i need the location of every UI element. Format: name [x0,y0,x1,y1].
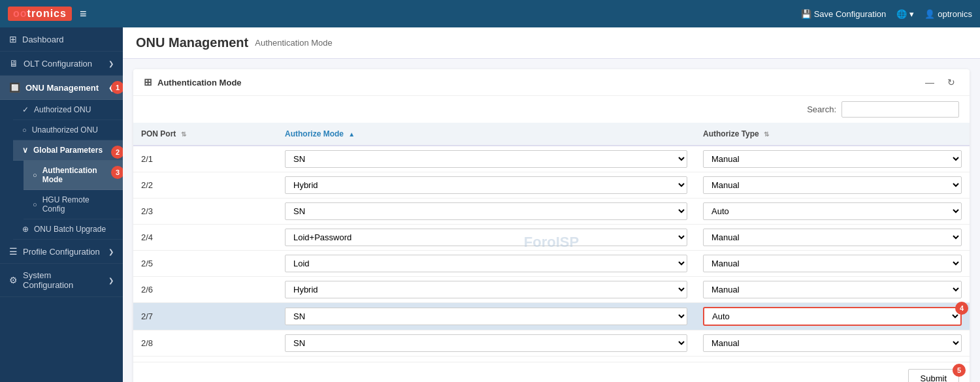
submit-badge: 5 [953,364,966,377]
table-row: 2/4SNHybridLoid+PasswordLoidPasswordManu… [133,225,970,251]
globe-icon: 🌐 [896,9,907,19]
cell-authorize-type: ManualAuto4 [695,303,970,330]
table-row: 2/8SNHybridLoid+PasswordLoidPasswordManu… [133,330,970,357]
authorize-type-select[interactable]: ManualAuto [703,255,962,272]
type-highlight-badge: 4 [955,302,968,315]
card-header-left: ⊞ Authentication Mode [144,76,242,88]
authorize-type-select[interactable]: ManualAuto [703,150,962,168]
cell-pon-port: 2/2 [133,172,277,199]
cell-authorize-type: ManualAuto [695,172,970,199]
sidebar-item-hgu-remote-config[interactable]: ○ HGU Remote Config [24,190,123,219]
authorize-mode-select[interactable]: SNHybridLoid+PasswordLoidPassword [285,281,687,298]
chevron-right-icon2: ❯ [108,248,114,255]
global-parameters-badge: 2 [111,146,123,159]
table-header: PON Port ⇅ Authorize Mode ▲ Authorize Ty… [133,123,970,146]
col-pon-port[interactable]: PON Port ⇅ [133,123,277,146]
page-subtitle: Authentication Mode [255,38,333,48]
sidebar-item-system-config[interactable]: ⚙ System Configuration ❯ [0,264,123,297]
chevron-right-icon3: ❯ [108,277,114,284]
search-bar: Search: [133,96,970,123]
sidebar-item-onu-management[interactable]: 🔲 ONU Management ❮ 1 [0,76,123,100]
cell-authorize-mode: SNHybridLoid+PasswordLoidPassword [277,172,695,199]
authorize-type-select[interactable]: ManualAuto [703,202,962,220]
sidebar-item-unauthorized-onu[interactable]: ○ Unauthorized ONU [13,120,123,140]
onu-sub-menu: ✓ Authorized ONU ○ Unauthorized ONU ∨ Gl… [0,100,123,240]
col-authorize-type[interactable]: Authorize Type ⇅ [695,123,970,146]
sort-icon-mode: ▲ [348,131,355,138]
user-icon: 👤 [924,9,935,19]
authorize-type-select[interactable]: ManualAuto [703,176,962,194]
cell-authorize-mode: SNHybridLoid+PasswordLoidPassword [277,330,695,357]
page-title: ONU Management [136,35,248,50]
authorize-mode-select[interactable]: SNHybridLoid+PasswordLoidPassword [285,255,687,272]
cell-authorize-type: ManualAuto [695,251,970,277]
sidebar-item-authentication-mode[interactable]: ○ Authentication Mode 3 [24,161,123,190]
onu-management-icon: 🔲 [9,82,20,93]
authentication-mode-badge: 3 [111,166,123,179]
minimize-button[interactable]: — [921,76,938,89]
cell-authorize-mode: SNHybridLoid+PasswordLoidPassword [277,146,695,172]
authorize-mode-select[interactable]: SNHybridLoid+PasswordLoidPassword [285,229,687,246]
profile-icon: ☰ [9,246,18,257]
authorize-mode-select[interactable]: SNHybridLoid+PasswordLoidPassword [285,202,687,220]
cell-pon-port: 2/3 [133,199,277,225]
sidebar-item-olt-config[interactable]: 🖥 OLT Configuration ❯ [0,52,123,76]
gear-icon: ⚙ [9,275,18,285]
authorize-mode-select[interactable]: SNHybridLoid+PasswordLoidPassword [285,176,687,194]
authorize-type-select[interactable]: ManualAuto [703,281,962,298]
navbar: ootronics ≡ 💾 Save Configuration 🌐 ▾ 👤 o… [0,0,980,27]
authorize-type-select[interactable]: ManualAuto [703,334,962,352]
authorize-type-select[interactable]: ManualAuto [703,307,962,326]
cell-authorize-mode: SNHybridLoid+PasswordLoidPassword [277,251,695,277]
cell-pon-port: 2/4 [133,225,277,251]
table-row: 2/7SNHybridLoid+PasswordLoidPasswordManu… [133,303,970,330]
authorize-mode-select[interactable]: SNHybridLoid+PasswordLoidPassword [285,334,687,352]
save-icon: 💾 [801,9,811,19]
authorize-mode-select[interactable]: SNHybridLoid+PasswordLoidPassword [285,308,687,325]
cell-pon-port: 2/7 [133,303,277,330]
navbar-right: 💾 Save Configuration 🌐 ▾ 👤 optronics [801,9,972,19]
col-authorize-mode[interactable]: Authorize Mode ▲ [277,123,695,146]
language-selector[interactable]: 🌐 ▾ [896,9,914,19]
olt-icon: 🖥 [9,58,18,69]
search-label: Search: [807,104,836,114]
cell-pon-port: 2/6 [133,277,277,303]
user-menu[interactable]: 👤 optronics [924,9,972,19]
search-input[interactable] [841,101,959,118]
authorize-type-select[interactable]: ManualAuto [703,229,962,246]
check-icon: ✓ [22,105,29,114]
global-params-sub: ○ Authentication Mode 3 ○ HGU Remote Con… [13,161,123,219]
save-config-button[interactable]: 💾 Save Configuration [801,9,887,19]
refresh-button[interactable]: ↻ [943,76,959,89]
content-area: ONU Management Authentication Mode ⊞ Aut… [123,27,980,382]
main-layout: ⊞ Dashboard 🖥 OLT Configuration ❯ 🔲 ONU … [0,27,980,382]
cell-pon-port: 2/5 [133,251,277,277]
cell-authorize-mode: SNHybridLoid+PasswordLoidPassword [277,303,695,330]
sidebar-item-onu-batch-upgrade[interactable]: ⊕ ONU Batch Upgrade [13,219,123,240]
cell-authorize-type: ManualAuto [695,199,970,225]
cell-pon-port: 2/1 [133,146,277,172]
authorize-mode-select[interactable]: SNHybridLoid+PasswordLoidPassword [285,150,687,168]
plus-circle-icon: ⊕ [22,225,29,234]
cell-authorize-mode: SNHybridLoid+PasswordLoidPassword [277,225,695,251]
sidebar-item-profile-config[interactable]: ☰ Profile Configuration ❯ [0,240,123,264]
radio-icon: ○ [33,171,37,179]
table-icon: ⊞ [144,76,152,88]
sort-icon-pon: ⇅ [181,131,186,138]
hamburger-icon[interactable]: ≡ [80,7,87,21]
table-body: 2/1SNHybridLoid+PasswordLoidPasswordManu… [133,146,970,357]
table-row: 2/2SNHybridLoid+PasswordLoidPasswordManu… [133,172,970,199]
onu-management-badge: 1 [111,81,123,94]
page-header: ONU Management Authentication Mode [123,27,980,59]
sidebar-item-authorized-onu[interactable]: ✓ Authorized ONU [13,100,123,120]
expand-icon: ∨ [22,146,28,155]
sidebar-item-dashboard[interactable]: ⊞ Dashboard [0,27,123,52]
sidebar-item-global-parameters[interactable]: ∨ Global Parameters 2 [13,140,123,161]
submit-button[interactable]: Submit [908,369,959,382]
logo: ootronics [8,7,72,21]
table-row: 2/6SNHybridLoid+PasswordLoidPasswordManu… [133,277,970,303]
submit-wrap: Submit 5 [908,369,959,382]
action-row: Submit 5 [133,362,970,382]
auth-mode-table: PON Port ⇅ Authorize Mode ▲ Authorize Ty… [133,123,970,357]
dashboard-icon: ⊞ [9,34,17,44]
